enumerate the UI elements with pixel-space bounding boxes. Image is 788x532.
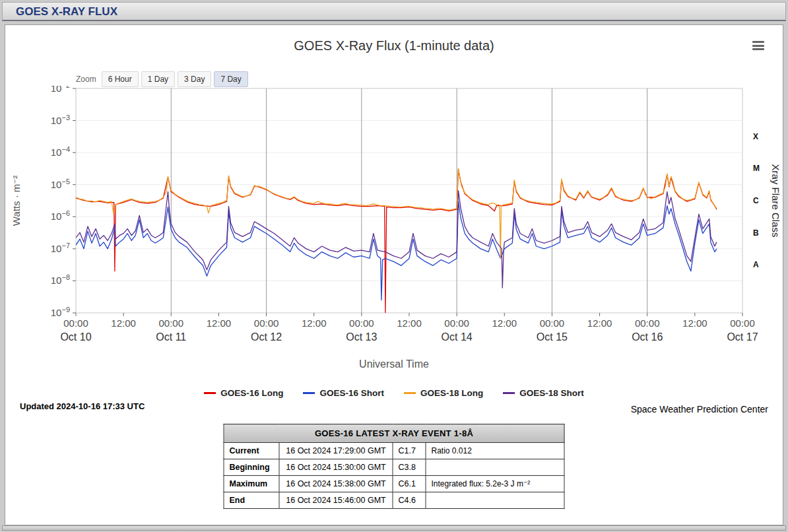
next-section-bar[interactable]: [2, 525, 786, 531]
x-tick-date-label: Oct 12: [251, 331, 282, 343]
event-row-beginning: Beginning16 Oct 2024 15:30:00 GMTC3.8: [224, 459, 564, 476]
legend-label: GOES-16 Long: [220, 388, 283, 398]
event-note: [426, 492, 564, 509]
x-tick-time-label: 12:00: [302, 317, 327, 329]
zoom-button-1-day[interactable]: 1 Day: [141, 71, 175, 87]
legend-line-swatch: [404, 392, 416, 394]
chart-panel: GOES X-Ray Flux (1-minute data) Zoom6 Ho…: [5, 24, 783, 525]
y-tick-label: 10−3: [51, 114, 70, 126]
x-tick-time-label: 12:00: [397, 317, 422, 329]
event-class: C3.8: [393, 459, 426, 476]
event-row-current: Current16 Oct 2024 17:29:00 GMTC1.7Ratio…: [224, 443, 564, 459]
y-tick-label: 10−4: [51, 145, 70, 158]
section-title: GOES X-RAY FLUX: [16, 5, 117, 18]
legend-item-goes-16-short[interactable]: GOES-16 Short: [303, 388, 384, 398]
y-tick-label: 10−5: [51, 178, 70, 190]
x-tick-time-label: 00:00: [635, 317, 660, 329]
x-tick-time-label: 12:00: [111, 317, 136, 329]
x-tick-time-label: 00:00: [63, 317, 88, 329]
zoom-button-7-day[interactable]: 7 Day: [214, 71, 247, 87]
legend-line-swatch: [303, 392, 315, 394]
flare-class-a: A: [753, 260, 759, 269]
xray-flux-chart[interactable]: 10−210−310−410−510−610−710−810−900:00Oct…: [5, 86, 783, 351]
event-note: [426, 459, 564, 476]
event-row-end: End16 Oct 2024 15:46:00 GMTC4.6: [224, 492, 564, 509]
flare-class-c: C: [753, 196, 759, 205]
plot-area: [76, 88, 742, 313]
event-class: C1.7: [393, 443, 426, 459]
x-tick-date-label: Oct 16: [632, 331, 663, 343]
y-tick-label: 10−9: [51, 306, 70, 318]
event-label: Beginning: [224, 459, 279, 476]
event-time: 16 Oct 2024 15:38:00 GMT: [279, 476, 393, 492]
y-tick-label: 10−8: [51, 273, 70, 286]
x-tick-date-label: Oct 14: [442, 331, 473, 343]
x-tick-time-label: 00:00: [349, 317, 374, 329]
flare-class-x: X: [753, 132, 758, 141]
section-header-goes-xray-flux[interactable]: GOES X-RAY FLUX: [2, 2, 786, 21]
chart-title: GOES X-Ray Flux (1-minute data): [5, 38, 783, 53]
legend-label: GOES-18 Short: [519, 388, 584, 398]
zoom-controls: Zoom6 Hour1 Day3 Day7 Day: [76, 71, 251, 87]
x-tick-date-label: Oct 11: [156, 331, 186, 343]
flare-class-b: B: [753, 228, 759, 238]
x-axis-title: Universal Time: [5, 358, 783, 370]
legend-line-swatch: [503, 392, 515, 394]
event-class: C6.1: [393, 476, 426, 492]
event-table: GOES-16 LATEST X-RAY EVENT 1-8Å Current1…: [224, 424, 565, 509]
event-time: 16 Oct 2024 17:29:00 GMT: [279, 443, 393, 459]
legend-line-swatch: [204, 392, 216, 394]
event-note: Ratio 0.012: [426, 443, 564, 459]
credit-label: Space Weather Prediction Center: [631, 404, 768, 415]
event-class: C4.6: [393, 492, 426, 509]
event-label: End: [224, 492, 279, 509]
event-table-title: GOES-16 LATEST X-RAY EVENT 1-8Å: [224, 424, 564, 443]
x-tick-date-label: Oct 15: [537, 331, 568, 343]
event-time: 16 Oct 2024 15:46:00 GMT: [279, 492, 393, 509]
legend-item-goes-16-long[interactable]: GOES-16 Long: [204, 388, 283, 398]
flare-class-m: M: [753, 164, 760, 173]
zoom-label: Zoom: [76, 75, 96, 84]
x-tick-time-label: 12:00: [207, 317, 232, 329]
x-tick-time-label: 00:00: [254, 317, 279, 329]
x-tick-time-label: 00:00: [444, 317, 469, 329]
legend-item-goes-18-short[interactable]: GOES-18 Short: [503, 388, 584, 398]
y-tick-label: 10−2: [51, 86, 70, 94]
x-tick-time-label: 00:00: [159, 317, 184, 329]
x-tick-time-label: 12:00: [492, 317, 517, 329]
zoom-button-3-day[interactable]: 3 Day: [178, 71, 211, 87]
x-tick-time-label: 00:00: [730, 317, 755, 329]
y-tick-label: 10−6: [51, 209, 70, 222]
x-tick-date-label: Oct 17: [727, 331, 758, 343]
zoom-button-6-hour[interactable]: 6 Hour: [102, 71, 139, 87]
x-tick-time-label: 12:00: [587, 317, 612, 329]
legend-label: GOES-16 Short: [319, 388, 384, 398]
legend-item-goes-18-long[interactable]: GOES-18 Long: [404, 388, 483, 398]
event-row-maximum: Maximum16 Oct 2024 15:38:00 GMTC6.1Integ…: [224, 476, 564, 492]
legend-label: GOES-18 Long: [420, 388, 483, 398]
event-label: Current: [224, 443, 279, 459]
x-tick-time-label: 00:00: [540, 317, 565, 329]
event-label: Maximum: [224, 476, 279, 492]
y-tick-label: 10−7: [51, 242, 70, 254]
updated-timestamp: Updated 2024-10-16 17:33 UTC: [20, 401, 145, 411]
event-note: Integrated flux: 5.2e-3 J m⁻²: [426, 476, 564, 492]
legend: GOES-16 LongGOES-16 ShortGOES-18 LongGOE…: [5, 388, 783, 398]
y-axis-title: Watts · m⁻²: [11, 176, 22, 226]
x-tick-time-label: 12:00: [682, 317, 707, 329]
hamburger-menu-icon[interactable]: [752, 41, 764, 50]
event-time: 16 Oct 2024 15:30:00 GMT: [279, 459, 393, 476]
y-axis-title-right: Xray Flare Class: [770, 164, 781, 238]
x-tick-date-label: Oct 13: [346, 331, 377, 343]
x-tick-date-label: Oct 10: [60, 331, 91, 343]
